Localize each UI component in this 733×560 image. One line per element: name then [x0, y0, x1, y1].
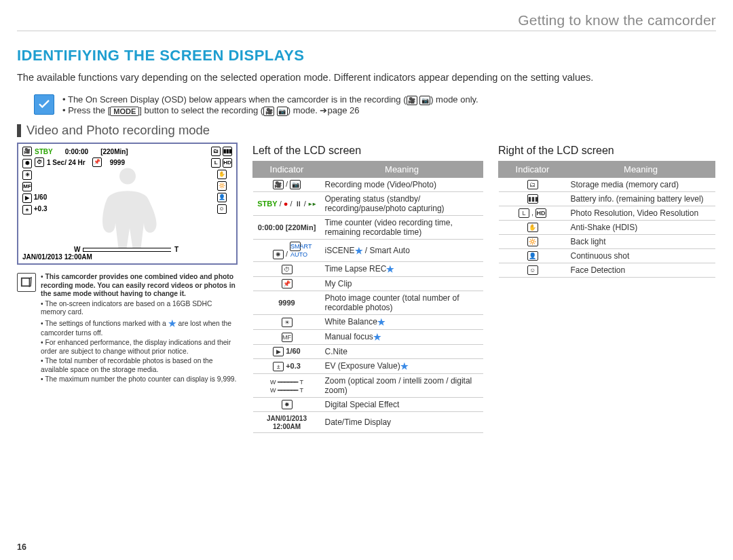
- lcd-preview: 🎥 STBY 0:00:00 [220Min] ⏱ 1 Sec/ 24 Hr 📌…: [17, 143, 238, 265]
- page-number: 16: [17, 542, 26, 552]
- face-detect-icon: ☺: [217, 204, 227, 214]
- note-item: The maximum number the photo counter can…: [41, 375, 238, 384]
- meaning-cell: Digital Special Effect: [321, 398, 483, 412]
- storage-icon: 🗂: [211, 147, 221, 156]
- star-icon: ★: [373, 332, 381, 342]
- indicator-cell: W ━━━━━━ TW ━━━━━━ T: [253, 374, 321, 398]
- table-row: ☀White Balance★: [253, 315, 483, 330]
- meaning-cell: Time Lapse REC★: [321, 262, 483, 277]
- indicator-cell: 9999: [253, 291, 321, 315]
- meaning-cell: Zoom (optical zoom / intelli zoom / digi…: [321, 374, 483, 398]
- meaning-cell: Battery info. (remaining battery level): [567, 192, 715, 206]
- photo-icon: 📷: [277, 107, 288, 116]
- res-hd-icon: HD: [223, 158, 232, 168]
- cnite-icon: ▶: [22, 193, 32, 203]
- subheading: Video and Photo recording mode: [17, 123, 716, 138]
- indicator-cell: ☺: [499, 263, 567, 278]
- th-meaning: Meaning: [321, 162, 483, 178]
- svg-rect-0: [22, 278, 30, 286]
- stby-label: STBY: [35, 148, 53, 155]
- remain-time: [220Min]: [100, 148, 128, 155]
- myclip-icon: 📌: [92, 157, 102, 167]
- table-row: ⏱Time Lapse REC★: [253, 262, 483, 277]
- zoom-bar: [83, 248, 171, 252]
- table-row: ± +0.3EV (Exposure Value)★: [253, 359, 483, 374]
- subheading-bar: [17, 124, 21, 137]
- antishake-icon: ✋: [217, 170, 227, 179]
- indicator-cell: 0:00:00 [220Min]: [253, 216, 321, 240]
- photo-icon: 📷: [419, 96, 430, 105]
- note-line: The On Screen Display (OSD) below appear…: [62, 94, 478, 105]
- star-icon: ★: [355, 246, 363, 256]
- battery-icon: ▮▮▮: [223, 147, 232, 156]
- video-icon: 🎥: [22, 147, 32, 156]
- ev-row: ± +0.3: [22, 205, 48, 214]
- video-icon: 🎥: [263, 107, 274, 116]
- table-row: ▶ 1/60C.Nite: [253, 345, 483, 359]
- indicator-cell: MF: [253, 330, 321, 345]
- table-row: 👤Continuous shot: [499, 249, 715, 263]
- photo-counter: 9999: [110, 159, 125, 166]
- continuous-icon: 👤: [217, 193, 227, 202]
- datetime-display: JAN/01/2013 12:00AM: [22, 253, 92, 261]
- iscene-icon: ✺: [22, 159, 32, 168]
- table-row: ✸Digital Special Effect: [253, 398, 483, 412]
- zoom-w: W: [74, 246, 80, 253]
- meaning-cell: Operating status (standby/ recording/pau…: [321, 192, 483, 216]
- intro-text: The available functions vary depending o…: [17, 72, 716, 83]
- indicator-cell: 🔆: [499, 235, 567, 249]
- indicator-cell: L , HD: [499, 206, 567, 221]
- meaning-cell: C.Nite: [321, 345, 483, 359]
- note-item: The total number of recordable photos is…: [41, 357, 238, 374]
- table-row: L , HDPhoto Resolution, Video Resolution: [499, 206, 715, 221]
- th-indicator: Indicator: [253, 162, 321, 178]
- indicator-cell: 👤: [499, 249, 567, 263]
- indicator-cell: ▶ 1/60: [253, 345, 321, 359]
- video-icon: 🎥: [407, 96, 417, 105]
- check-icon: [34, 94, 54, 115]
- lapse-setting: 1 Sec/ 24 Hr: [47, 159, 86, 166]
- table-row: JAN/01/2013 12:00AMDate/Time Display: [253, 412, 483, 433]
- indicator-cell: ⏱: [253, 262, 321, 277]
- star-icon: ★: [377, 317, 386, 327]
- right-indicator-table: Indicator Meaning 🗂Storage media (memory…: [498, 161, 715, 278]
- section-title: IDENTIFIYING THE SCREEN DISPLAYS: [17, 47, 716, 64]
- subheading-text: Video and Photo recording mode: [26, 123, 210, 138]
- table-row: STBY / ● / ⏸ / ▶▶Operating status (stand…: [253, 192, 483, 216]
- table-row: 0:00:00 [220Min]Time counter (video reco…: [253, 216, 483, 240]
- meaning-cell: Face Detection: [567, 263, 715, 278]
- meaning-cell: EV (Exposure Value)★: [321, 359, 483, 374]
- meaning-cell: Photo Resolution, Video Resolution: [567, 206, 715, 221]
- chapter-title: Getting to know the camcorder: [17, 12, 716, 29]
- note-item: This camcorder provides one combined vid…: [41, 273, 238, 299]
- meaning-cell: Manual focus★: [321, 330, 483, 345]
- table-row: 🗂Storage media (memory card): [499, 178, 715, 192]
- cnite-row: ▶ 1/60: [22, 193, 47, 203]
- mf-icon: MF: [22, 182, 32, 191]
- meaning-cell: Recording mode (Video/Photo): [321, 178, 483, 192]
- note-icon: [17, 273, 36, 292]
- meaning-cell: White Balance★: [321, 315, 483, 330]
- left-table-title: Left of the LCD screen: [252, 145, 483, 157]
- star-icon: ★: [400, 361, 409, 371]
- indicator-cell: ✋: [499, 221, 567, 235]
- indicator-cell: 🎥 / 📷: [253, 178, 321, 192]
- note-line: Press the [MODE] button to select the re…: [62, 105, 478, 116]
- th-meaning: Meaning: [567, 162, 715, 178]
- indicator-cell: 📌: [253, 277, 321, 291]
- left-indicator-table: Indicator Meaning 🎥 / 📷Recording mode (V…: [252, 161, 483, 433]
- meaning-cell: iSCENE★ / Smart Auto: [321, 240, 483, 262]
- table-row: ✋Anti-Shake (HDIS): [499, 221, 715, 235]
- table-row: 9999Photo image counter (total number of…: [253, 291, 483, 315]
- note-item: The on-screen indicators are based on a …: [41, 300, 238, 317]
- zoom-t: T: [174, 246, 178, 253]
- meaning-cell: Anti-Shake (HDIS): [567, 221, 715, 235]
- star-icon: ★: [168, 318, 176, 329]
- star-icon: ★: [386, 264, 394, 274]
- indicator-cell: ☀: [253, 315, 321, 330]
- ev-icon: ±: [22, 205, 32, 214]
- table-row: W ━━━━━━ TW ━━━━━━ TZoom (optical zoom /…: [253, 374, 483, 398]
- indicator-cell: 🗂: [499, 178, 567, 192]
- table-row: ☺Face Detection: [499, 263, 715, 278]
- backlight-icon: 🔆: [217, 181, 227, 191]
